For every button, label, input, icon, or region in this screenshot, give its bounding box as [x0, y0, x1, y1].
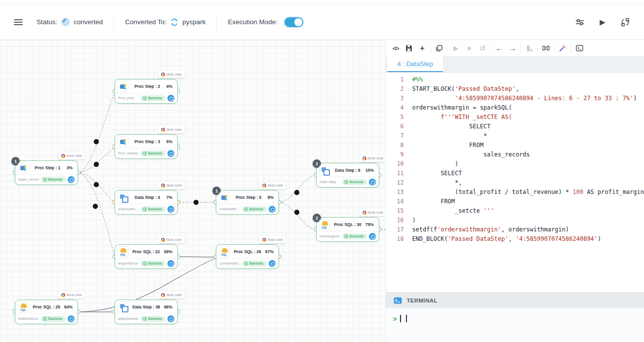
edge-1-3 — [78, 148, 115, 173]
terminal-header[interactable]: TERMINAL — [386, 292, 644, 308]
stop-icon[interactable]: ■ — [462, 42, 476, 55]
block-code-pill[interactable]: block code — [158, 182, 185, 189]
block-code-icon — [262, 184, 266, 188]
node-action-button[interactable] — [167, 206, 174, 213]
node-subtitle: totalunitssol... — [18, 316, 39, 321]
node-action-button[interactable] — [369, 233, 376, 240]
code-editor[interactable]: 1#%%2START_BLOCK('Passed DataStep',3 '4:… — [386, 73, 644, 292]
node-subtitle: lowmarginor... — [320, 234, 340, 238]
node-title: Data Step : 6 — [330, 168, 365, 173]
node-type-icon — [18, 302, 29, 312]
block-code-pill[interactable]: block code — [158, 236, 185, 243]
node-action-button[interactable] — [68, 315, 75, 322]
block-code-pill[interactable]: block code — [360, 154, 386, 162]
block-code-pill[interactable]: block code — [58, 291, 85, 299]
add-tab-icon[interactable]: + — [415, 42, 429, 55]
node-title: Proc SQL : 25 — [29, 304, 64, 309]
node-percent: 75% — [365, 222, 375, 227]
status-badge: ✓ Success — [141, 206, 165, 212]
node-type-icon — [118, 81, 128, 92]
terminal-cursor — [400, 315, 401, 322]
check-icon: ✓ — [43, 178, 47, 182]
node-title: Data Step : 38 — [128, 304, 164, 309]
node-title: Proc Step : 2 — [128, 84, 166, 89]
reset-icon[interactable]: ↺ — [476, 42, 489, 55]
status-badge: ✓ Success — [242, 261, 267, 266]
block-code-icon — [362, 156, 366, 160]
edge-22-26 — [178, 257, 216, 257]
node-title: Proc SQL : 30 — [330, 222, 365, 227]
block-code-pill[interactable]: block code — [158, 126, 185, 133]
node-action-button[interactable] — [167, 150, 174, 157]
node-percent: 10% — [365, 168, 375, 173]
graph-node[interactable]: 2 block code Proc SQL : 30 75% lowmargin… — [316, 217, 379, 242]
block-code-pill[interactable]: block code — [158, 291, 185, 299]
graph-node[interactable]: block code Data Step : 4 7% orderswith..… — [115, 190, 178, 215]
graph-node[interactable]: 1 block code Proc Step : 1 3% sales_reco… — [15, 160, 78, 185]
converted-to-value: pyspark — [182, 18, 205, 26]
divider — [216, 13, 217, 32]
node-title: Proc SQL : 26 — [230, 249, 265, 254]
node-type-icon — [319, 219, 330, 230]
graph-node[interactable]: 1 block code Proc Step : 5 8% orderswith… — [216, 190, 279, 215]
check-icon: ✓ — [344, 234, 348, 238]
status-group: Status: converted — [37, 18, 103, 26]
node-percent: 7% — [166, 195, 174, 200]
graph-node[interactable]: block code Proc SQL : 26 67% combinedm..… — [216, 244, 279, 269]
node-action-button[interactable] — [369, 179, 376, 186]
graph-node[interactable]: block code Proc SQL : 25 64% totalunitss… — [15, 300, 78, 324]
run-all-icon[interactable]: ▶ — [598, 17, 607, 27]
node-action-button[interactable] — [269, 206, 276, 213]
check-icon: ✓ — [143, 317, 147, 321]
node-action-button[interactable] — [167, 95, 174, 102]
node-action-button[interactable] — [167, 260, 174, 267]
block-code-pill[interactable]: block code — [360, 209, 386, 216]
graph-canvas[interactable]: 1 block code Proc Step : 1 3% sales_reco… — [0, 40, 386, 342]
view-code-icon[interactable]: </> — [389, 42, 402, 55]
graph-node[interactable]: block code Proc Step : 3 5% Proc means ✓… — [115, 134, 178, 159]
open-terminal-icon[interactable] — [573, 42, 586, 55]
node-percent: 5% — [166, 139, 174, 144]
node-subtitle: Proc means — [118, 151, 139, 155]
magic-wand-icon[interactable] — [556, 42, 569, 55]
check-icon: ✓ — [43, 317, 47, 321]
execution-mode-toggle[interactable] — [284, 17, 303, 27]
node-action-button[interactable] — [167, 315, 174, 322]
status-value: converted — [74, 18, 103, 26]
menu-icon[interactable] — [14, 19, 23, 25]
editor-tabbar: 4 : DataStep — [386, 57, 644, 73]
terminal-body[interactable]: > — [386, 308, 644, 342]
graph-node[interactable]: block code Proc Step : 2 4% Proc print ✓… — [115, 79, 178, 104]
node-subtitle: avgunitprice... — [118, 261, 139, 266]
terminal-icon — [394, 297, 402, 304]
graph-node[interactable]: block code Data Step : 38 96% adjustedun… — [115, 300, 178, 324]
block-code-icon — [161, 238, 165, 242]
run-cell-icon[interactable]: ▶ — [449, 42, 462, 55]
status-badge: ✓ Success — [141, 95, 165, 101]
top-strip — [0, 0, 644, 4]
back-arrow-icon[interactable]: ← — [492, 42, 506, 55]
block-code-pill[interactable]: block code — [259, 236, 286, 243]
settings-sliders-icon[interactable] — [575, 17, 585, 27]
swap-view-icon[interactable] — [539, 42, 553, 55]
node-percent: 59% — [164, 249, 174, 254]
node-title: Proc Step : 3 — [128, 139, 166, 144]
terminal-title: TERMINAL — [406, 298, 438, 304]
block-code-pill[interactable]: block code — [158, 71, 185, 78]
tab-datastep[interactable]: 4 : DataStep — [387, 56, 443, 72]
graph-node[interactable]: 2 block code Data Step : 6 10% Data Step… — [316, 163, 379, 188]
block-code-pill[interactable]: block code — [259, 182, 286, 189]
node-type-icon — [18, 162, 29, 173]
graph-node[interactable]: block code Proc SQL : 22 59% avgunitpric… — [115, 244, 178, 269]
restart-icon[interactable] — [620, 17, 630, 27]
blocks-icon[interactable] — [523, 42, 536, 55]
block-code-pill[interactable]: block code — [58, 152, 85, 159]
save-icon[interactable] — [402, 42, 415, 55]
node-action-button[interactable] — [269, 260, 276, 267]
status-icon — [61, 18, 70, 26]
node-action-button[interactable] — [68, 176, 75, 183]
status-badge: ✓ Success — [342, 179, 367, 185]
forward-arrow-icon[interactable]: → — [506, 42, 519, 55]
copy-icon[interactable] — [432, 42, 445, 55]
node-percent: 8% — [268, 195, 275, 200]
